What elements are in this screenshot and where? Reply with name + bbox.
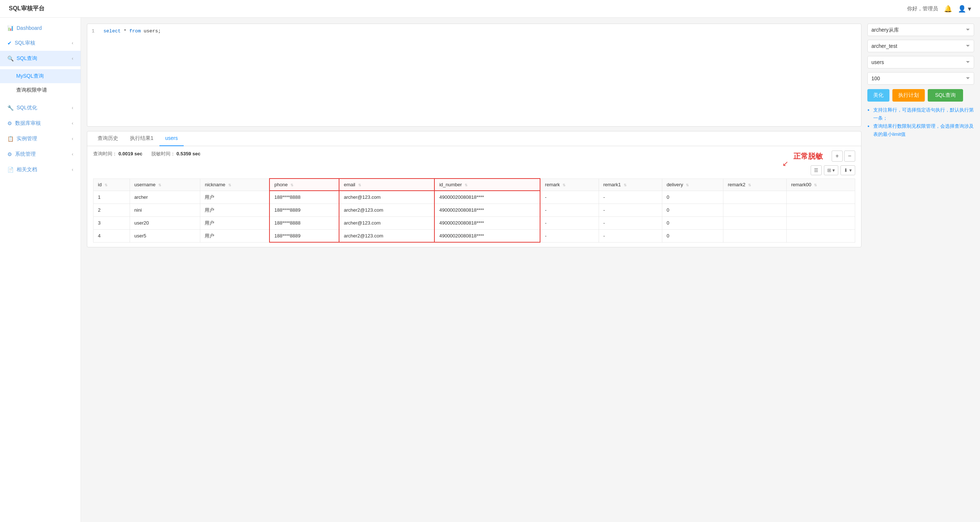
limit-select[interactable]: 100 bbox=[867, 72, 974, 85]
col-remark: remark ⇅ bbox=[540, 178, 598, 191]
zoom-out-button[interactable]: − bbox=[844, 151, 855, 162]
cell-remark: - bbox=[540, 216, 598, 229]
sidebar-item-sql-review[interactable]: ✔ SQL审核 ‹ bbox=[0, 35, 81, 51]
cell-id_number: 49000020080818**** bbox=[434, 216, 540, 229]
table-row: 3user20用户188****8888archer@123.com490000… bbox=[94, 216, 855, 229]
code-editor[interactable]: 1 select * from users; bbox=[87, 24, 861, 127]
desensitize-time-value: 0.5359 sec bbox=[177, 151, 200, 156]
cell-email: archer2@123.com bbox=[339, 204, 434, 216]
data-table: id ⇅ username ⇅ nickname ⇅ phone ⇅ email… bbox=[93, 178, 855, 243]
greeting-text: 你好，管理员 bbox=[907, 6, 938, 12]
export-button[interactable]: ⬇ ▾ bbox=[840, 165, 855, 175]
result-body: 查询时间： 0.0019 sec 脱敏时间： 0.5359 sec 正常脱敏 bbox=[87, 146, 861, 247]
code-line-1: 1 select * from users; bbox=[92, 29, 857, 34]
sidebar-item-dashboard[interactable]: 📊 Dashboard bbox=[0, 21, 81, 35]
cell-remark2 bbox=[723, 216, 786, 229]
main-layout: 📊 Dashboard ✔ SQL审核 ‹ 🔍 SQL查询 ‹ MySQL查询 … bbox=[0, 18, 980, 522]
table-view-button[interactable]: ☰ bbox=[811, 165, 822, 175]
tab-result1-label: 执行结果1 bbox=[130, 135, 154, 141]
instance-mgmt-icon: 📋 bbox=[7, 136, 14, 142]
sidebar-item-instance-mgmt[interactable]: 📋 实例管理 ‹ bbox=[0, 131, 81, 146]
desensitize-time-label: 脱敏时间： 0.5359 sec bbox=[151, 151, 200, 157]
sql-query-button[interactable]: SQL查询 bbox=[928, 89, 963, 102]
user-icon[interactable]: 👤 ▾ bbox=[958, 5, 971, 13]
cell-id: 2 bbox=[94, 204, 130, 216]
sidebar-item-db-review[interactable]: ⚙ 数据库审核 ‹ bbox=[0, 116, 81, 131]
hint-item-2: 查询结果行数限制见权限管理，会选择查询涉及表的最小limit值 bbox=[873, 122, 974, 138]
cell-remark00 bbox=[786, 191, 855, 204]
sql-query-submenu: MySQL查询 查询权限申请 bbox=[0, 66, 81, 100]
execution-plan-button[interactable]: 执行计划 bbox=[892, 89, 925, 102]
keyword-select: select bbox=[103, 29, 121, 34]
sort-icon-remark1: ⇅ bbox=[624, 183, 627, 187]
db-name-select[interactable]: archer_test bbox=[867, 40, 974, 52]
sql-query-icon: 🔍 bbox=[7, 56, 14, 62]
sidebar-item-sql-optimize[interactable]: 🔧 SQL优化 ‹ bbox=[0, 100, 81, 116]
col-nickname: nickname ⇅ bbox=[200, 178, 269, 191]
sort-icon-remark00: ⇅ bbox=[814, 183, 817, 187]
cell-delivery: 0 bbox=[662, 191, 723, 204]
notification-icon[interactable]: 🔔 bbox=[944, 5, 952, 13]
tab-users-label: users bbox=[165, 135, 178, 141]
cell-username: archer bbox=[130, 191, 200, 204]
system-mgmt-icon: ⚙ bbox=[7, 151, 12, 157]
cell-nickname: 用户 bbox=[200, 191, 269, 204]
cell-email: archer2@123.com bbox=[339, 229, 434, 242]
table-body: 1archer用户188****8888archer@123.com490000… bbox=[94, 191, 855, 242]
cell-phone: 188****8889 bbox=[269, 204, 339, 216]
sort-icon-delivery: ⇅ bbox=[686, 183, 689, 187]
right-panel: archery从库 archer_test users 100 美化 执行计划 … bbox=[867, 24, 974, 516]
sort-icon-remark: ⇅ bbox=[563, 183, 565, 187]
cell-remark2 bbox=[723, 204, 786, 216]
action-buttons: 美化 执行计划 SQL查询 bbox=[867, 89, 974, 102]
col-remark1: remark1 ⇅ bbox=[598, 178, 662, 191]
tab-query-history[interactable]: 查询历史 bbox=[92, 131, 124, 146]
sidebar-label-docs: 相关文档 bbox=[17, 166, 37, 173]
sort-icon-email: ⇅ bbox=[358, 183, 361, 187]
cell-nickname: 用户 bbox=[200, 204, 269, 216]
code-table: users; bbox=[143, 29, 161, 34]
zoom-in-button[interactable]: + bbox=[832, 151, 843, 162]
data-table-container: id ⇅ username ⇅ nickname ⇅ phone ⇅ email… bbox=[93, 178, 855, 243]
cell-id_number: 49000020080818**** bbox=[434, 204, 540, 216]
sql-optimize-icon: 🔧 bbox=[7, 105, 14, 111]
header-right: 你好，管理员 🔔 👤 ▾ bbox=[907, 5, 971, 13]
sidebar-label-sql-review: SQL审核 bbox=[15, 40, 35, 46]
cell-id: 3 bbox=[94, 216, 130, 229]
cell-delivery: 0 bbox=[662, 229, 723, 242]
cell-remark1: - bbox=[598, 191, 662, 204]
sidebar-item-docs[interactable]: 📄 相关文档 ‹ bbox=[0, 162, 81, 177]
sidebar-label-db-review: 数据库审核 bbox=[15, 120, 41, 127]
sql-query-arrow: ‹ bbox=[72, 56, 73, 61]
cell-phone: 188****8888 bbox=[269, 216, 339, 229]
cell-remark2 bbox=[723, 229, 786, 242]
dashboard-icon: 📊 bbox=[7, 25, 14, 31]
grid-view-button[interactable]: ⊞ ▾ bbox=[824, 165, 838, 175]
line-number: 1 bbox=[92, 29, 99, 34]
cell-phone: 188****8889 bbox=[269, 229, 339, 242]
result-tabs-section: 查询历史 执行结果1 users 查询时间： bbox=[87, 131, 861, 247]
cell-remark: - bbox=[540, 204, 598, 216]
tab-users[interactable]: users bbox=[159, 131, 184, 146]
sidebar-item-sql-query[interactable]: 🔍 SQL查询 ‹ bbox=[0, 51, 81, 66]
sidebar-item-system-mgmt[interactable]: ⚙ 系统管理 ‹ bbox=[0, 146, 81, 162]
sidebar-item-query-permission[interactable]: 查询权限申请 bbox=[0, 83, 81, 97]
tab-result1[interactable]: 执行结果1 bbox=[124, 131, 159, 146]
table-header: id ⇅ username ⇅ nickname ⇅ phone ⇅ email… bbox=[94, 178, 855, 191]
db-instance-select[interactable]: archery从库 bbox=[867, 24, 974, 36]
col-remark2: remark2 ⇅ bbox=[723, 178, 786, 191]
beautify-button[interactable]: 美化 bbox=[867, 89, 889, 102]
sidebar-item-mysql-query[interactable]: MySQL查询 bbox=[0, 69, 81, 83]
sidebar-label-dashboard: Dashboard bbox=[17, 25, 42, 31]
col-delivery: delivery ⇅ bbox=[662, 178, 723, 191]
sort-icon-id-number: ⇅ bbox=[465, 183, 468, 187]
table-select[interactable]: users bbox=[867, 56, 974, 68]
code-asterisk: * bbox=[124, 29, 130, 34]
cell-remark1: - bbox=[598, 216, 662, 229]
cell-delivery: 0 bbox=[662, 216, 723, 229]
hint-item-1: 支持注释行，可选择指定语句执行，默认执行第一条； bbox=[873, 106, 974, 122]
table-row: 4user5用户188****8889archer2@123.com490000… bbox=[94, 229, 855, 242]
sort-icon-id: ⇅ bbox=[105, 183, 108, 187]
cell-id_number: 49000020080818**** bbox=[434, 229, 540, 242]
sql-optimize-arrow: ‹ bbox=[72, 105, 73, 110]
